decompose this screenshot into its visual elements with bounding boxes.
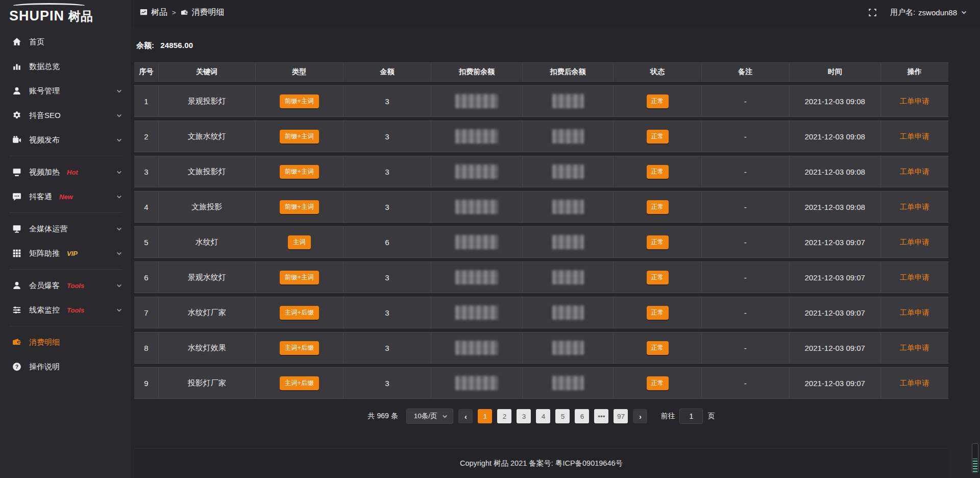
cell-action: 工单申请 <box>881 121 948 152</box>
masked-pre-balance <box>455 94 498 108</box>
cell-status: 正常 <box>614 332 701 364</box>
chevron-down-icon <box>116 307 122 313</box>
user-menu[interactable]: 用户名: zswodun88 <box>890 8 967 17</box>
column-header: 关键词 <box>159 62 256 82</box>
sidebar-item-douketong[interactable]: 抖客通New <box>0 184 131 209</box>
sidebar-item-label: 矩阵助推 <box>29 249 60 258</box>
next-page-button[interactable]: › <box>633 409 647 423</box>
cell-index: 5 <box>134 226 159 258</box>
work-order-link[interactable]: 工单申请 <box>900 132 929 140</box>
breadcrumb-current[interactable]: 消费明细 <box>181 7 225 18</box>
app-root: SHUPIN 树品 首页数据总览账号管理抖音SEO视频发布视频加热Hot抖客通N… <box>0 0 980 478</box>
cell-status: 正常 <box>614 85 701 117</box>
column-header: 金额 <box>344 62 431 82</box>
table-row: 7水纹灯厂家主词+后缀3正常-2021-12-03 09:07工单申请 <box>134 297 948 328</box>
fullscreen-icon[interactable] <box>868 8 877 17</box>
sidebar-item-video-publish[interactable]: 视频发布 <box>0 128 131 152</box>
chevron-down-icon <box>116 88 122 94</box>
sidebar-item-matrix-boost[interactable]: 矩阵助推VIP <box>0 241 131 266</box>
work-order-link[interactable]: 工单申请 <box>900 238 929 246</box>
dashboard-icon <box>140 9 148 16</box>
page-button-2[interactable]: 2 <box>497 409 511 423</box>
goto-label: 前往 <box>660 412 675 421</box>
sidebar: SHUPIN 树品 首页数据总览账号管理抖音SEO视频发布视频加热Hot抖客通N… <box>0 0 132 478</box>
brand-name-en: SHUPIN <box>9 8 64 24</box>
cell-amount: 3 <box>344 367 431 399</box>
cell-amount: 6 <box>344 226 431 258</box>
masked-post-balance <box>552 341 584 355</box>
masked-post-balance <box>552 129 584 144</box>
cell-index: 8 <box>134 332 159 364</box>
page-button-6[interactable]: 6 <box>575 409 589 423</box>
masked-pre-balance <box>455 376 498 390</box>
cell-action: 工单申请 <box>881 332 948 364</box>
chevron-down-icon <box>116 283 122 289</box>
goto-page-input[interactable] <box>679 409 703 424</box>
cell-remark: - <box>702 226 790 258</box>
page-size-select[interactable]: 10条/页 <box>406 409 454 424</box>
type-badge: 前缀+主词 <box>280 94 319 108</box>
work-order-link[interactable]: 工单申请 <box>900 344 929 352</box>
sidebar-item-douyin-seo[interactable]: 抖音SEO <box>0 103 131 128</box>
username-value: zswodun88 <box>918 8 957 17</box>
svg-text:?: ? <box>15 364 19 370</box>
masked-pre-balance <box>455 164 498 179</box>
sidebar-item-home[interactable]: 首页 <box>0 30 131 54</box>
breadcrumb-home[interactable]: 树品 <box>140 7 167 18</box>
column-header: 时间 <box>790 62 881 82</box>
masked-post-balance <box>552 200 584 214</box>
sidebar-item-leads-monitor[interactable]: 线索监控Tools <box>0 298 131 322</box>
sidebar-item-label: 视频加热 <box>29 168 60 177</box>
cell-type: 前缀+主词 <box>256 191 344 223</box>
breadcrumb-separator: > <box>172 9 176 16</box>
cell-keyword: 文旅水纹灯 <box>159 121 256 152</box>
work-order-link[interactable]: 工单申请 <box>900 273 929 281</box>
page-ellipsis-button[interactable]: ••• <box>594 409 608 423</box>
page-button-4[interactable]: 4 <box>536 409 550 423</box>
breadcrumb-current-label: 消费明细 <box>192 7 225 18</box>
cell-post-balance <box>523 85 614 117</box>
sidebar-item-badge: Tools <box>67 282 84 290</box>
sidebar-divider <box>9 212 122 213</box>
sidebar-item-label: 抖客通 <box>29 192 52 202</box>
chevron-down-icon <box>116 137 122 143</box>
status-badge: 正常 <box>647 130 669 144</box>
brand-logo: SHUPIN 树品 <box>0 0 131 27</box>
cell-remark: - <box>702 85 790 117</box>
page-button-3[interactable]: 3 <box>517 409 531 423</box>
work-order-link[interactable]: 工单申请 <box>900 308 929 317</box>
sidebar-item-account-manage[interactable]: 账号管理 <box>0 79 131 103</box>
sidebar-item-video-heat[interactable]: 视频加热Hot <box>0 160 131 184</box>
status-badge: 正常 <box>647 235 669 249</box>
sidebar-item-data-overview[interactable]: 数据总览 <box>0 54 131 79</box>
status-badge: 正常 <box>647 271 669 284</box>
work-order-link[interactable]: 工单申请 <box>900 379 929 387</box>
sidebar-item-label: 首页 <box>29 37 44 47</box>
cell-remark: - <box>702 297 790 328</box>
column-header: 状态 <box>614 62 701 82</box>
sidebar-item-label: 线索监控 <box>29 305 60 315</box>
work-order-link[interactable]: 工单申请 <box>900 168 929 176</box>
cell-post-balance <box>523 191 614 223</box>
page-footer: Copyright 树品 2021 备案号: 粤ICP备09019646号 <box>134 448 948 478</box>
page-button-1[interactable]: 1 <box>478 409 492 423</box>
work-order-link[interactable]: 工单申请 <box>900 203 929 211</box>
scroll-indicator[interactable] <box>972 443 978 473</box>
work-order-link[interactable]: 工单申请 <box>900 97 929 105</box>
cell-index: 9 <box>134 367 159 399</box>
prev-page-button[interactable]: ‹ <box>458 409 473 423</box>
chevron-down-icon <box>116 251 122 256</box>
chevron-down-icon <box>116 194 122 200</box>
cell-amount: 3 <box>344 191 431 223</box>
cell-time: 2021-12-03 09:07 <box>790 226 881 258</box>
sidebar-item-consumption-detail[interactable]: 消费明细 <box>0 330 131 354</box>
cell-status: 正常 <box>614 191 701 223</box>
page-button-97[interactable]: 97 <box>614 409 628 423</box>
sidebar-item-media-operation[interactable]: 全媒体运营 <box>0 217 131 241</box>
masked-post-balance <box>552 305 584 320</box>
sidebar-item-operation-guide[interactable]: ?操作说明 <box>0 354 131 379</box>
page-button-5[interactable]: 5 <box>555 409 570 423</box>
sidebar-item-member-burst[interactable]: 会员爆客Tools <box>0 273 131 298</box>
scroll-indicator-stripes <box>973 459 977 472</box>
cell-type: 前缀+主词 <box>256 261 344 293</box>
